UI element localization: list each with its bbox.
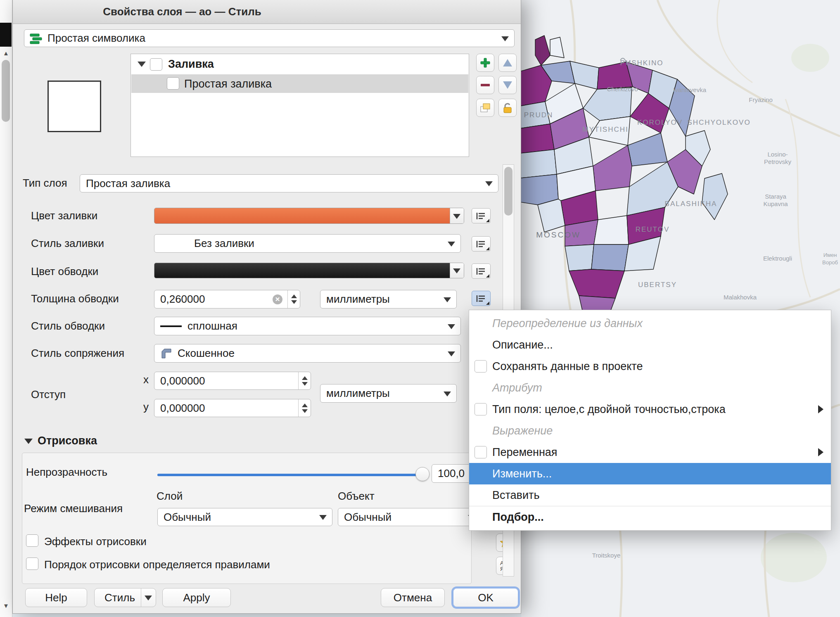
fill-style-select[interactable]: Без заливки bbox=[154, 234, 461, 253]
move-down-button[interactable] bbox=[498, 76, 517, 94]
menu-item-assistant[interactable]: Подбор... bbox=[469, 506, 831, 528]
stroke-width-label: Толщина обводки bbox=[31, 292, 119, 305]
map-label: PUSHKINO bbox=[620, 59, 664, 67]
menu-checkbox-icon[interactable] bbox=[475, 446, 487, 458]
draw-effects-checkbox[interactable] bbox=[26, 534, 38, 547]
offset-label: Отступ bbox=[31, 388, 66, 401]
stroke-width-stepper[interactable] bbox=[287, 290, 300, 308]
map-label: Cherkizovo bbox=[607, 85, 638, 93]
map-label: UBERTSY bbox=[638, 281, 677, 289]
move-up-button[interactable] bbox=[498, 54, 517, 72]
fill-color-data-defined-button[interactable] bbox=[472, 208, 491, 223]
symbology-type-select[interactable]: Простая символика bbox=[24, 29, 515, 47]
join-style-value: Скошенное bbox=[178, 347, 235, 360]
stroke-width-unit-value: миллиметры bbox=[326, 293, 390, 306]
map-label: SHCHYOLKOVO bbox=[687, 119, 750, 126]
stroke-style-select[interactable]: сплошная bbox=[154, 317, 461, 335]
submenu-arrow-icon bbox=[818, 448, 823, 456]
menu-checkbox-icon[interactable] bbox=[475, 360, 487, 373]
left-scrollbar-thumb[interactable] bbox=[2, 60, 10, 122]
map-label: Kupavna bbox=[763, 200, 788, 207]
data-defined-icon bbox=[476, 267, 486, 275]
menu-item-edit[interactable]: Изменить... bbox=[469, 463, 831, 484]
help-button-label: Help bbox=[45, 591, 67, 604]
offset-y-input[interactable]: 0,000000 bbox=[154, 399, 311, 417]
map-label: Malakhovka bbox=[724, 294, 757, 301]
ok-button-label: OK bbox=[478, 591, 494, 604]
map-label: Имен bbox=[823, 252, 837, 258]
fill-layer-checkbox[interactable] bbox=[150, 58, 162, 71]
menu-item-variable[interactable]: Переменная bbox=[469, 441, 831, 463]
cancel-button[interactable]: Отмена bbox=[381, 588, 445, 607]
layer-blend-select[interactable]: Обычный bbox=[157, 508, 332, 526]
map-label: MOSCOW bbox=[536, 230, 581, 239]
layer-type-label: Тип слоя bbox=[23, 177, 67, 190]
feature-order-checkbox[interactable] bbox=[26, 558, 38, 570]
offset-unit-value: миллиметры bbox=[326, 387, 390, 400]
lock-color-button[interactable] bbox=[498, 99, 517, 117]
menu-item-description[interactable]: Описание... bbox=[469, 334, 831, 356]
fill-color-button[interactable] bbox=[154, 208, 464, 224]
tree-expand-icon[interactable] bbox=[138, 62, 146, 67]
fill-style-data-defined-button[interactable] bbox=[472, 236, 491, 252]
stroke-color-dropdown[interactable] bbox=[450, 263, 464, 278]
fill-color-dropdown[interactable] bbox=[450, 208, 464, 223]
tree-child-item[interactable]: Простая заливка bbox=[184, 78, 272, 90]
menu-item-field-type[interactable]: Тип поля: целое,с двойной точностью,стро… bbox=[469, 399, 831, 420]
symbology-icon bbox=[29, 33, 43, 45]
tree-root-item[interactable]: Заливка bbox=[168, 58, 214, 71]
opacity-slider-handle[interactable] bbox=[415, 467, 429, 481]
stroke-width-data-defined-button[interactable] bbox=[472, 291, 491, 306]
opacity-value: 100,0 bbox=[438, 467, 465, 480]
stroke-width-input[interactable]: 0,260000 ✕ bbox=[154, 290, 300, 308]
map-label: Staraya bbox=[765, 193, 786, 200]
scroll-down-icon[interactable]: ▼ bbox=[3, 602, 9, 609]
feature-blend-select[interactable]: Обычный bbox=[338, 508, 481, 526]
blend-mode-label: Режим смешивания bbox=[24, 502, 123, 515]
layer-type-select[interactable]: Простая заливка bbox=[80, 174, 498, 192]
symbol-layer-tree[interactable]: Заливка Простая заливка bbox=[131, 54, 469, 157]
simple-fill-checkbox[interactable] bbox=[167, 77, 179, 90]
ok-button[interactable]: OK bbox=[453, 588, 518, 607]
menu-checkbox-icon[interactable] bbox=[475, 403, 487, 415]
unlock-icon bbox=[501, 102, 514, 114]
menu-item-store-data-in-project[interactable]: Сохранять данные в проекте bbox=[469, 356, 831, 377]
fill-color-label: Цвет заливки bbox=[31, 209, 97, 222]
help-button[interactable]: Help bbox=[25, 588, 87, 607]
chevron-down-icon bbox=[448, 324, 455, 329]
offset-unit-select[interactable]: миллиметры bbox=[320, 384, 457, 403]
menu-corner-icon bbox=[486, 274, 489, 278]
minus-icon bbox=[479, 79, 491, 91]
dialog-scrollbar-thumb[interactable] bbox=[504, 167, 513, 216]
opacity-label: Непрозрачность bbox=[26, 466, 107, 479]
map-label: Petrovsky bbox=[764, 158, 791, 165]
apply-button-label: Apply bbox=[183, 591, 210, 604]
chevron-down-icon bbox=[453, 214, 460, 219]
offset-x-input[interactable]: 0,000000 bbox=[154, 372, 311, 390]
section-collapse-icon[interactable] bbox=[24, 439, 33, 444]
scroll-up-icon[interactable]: ▲ bbox=[3, 50, 9, 57]
remove-symbol-layer-button[interactable] bbox=[476, 76, 494, 94]
clear-icon[interactable]: ✕ bbox=[273, 294, 282, 304]
chevron-down-icon bbox=[444, 297, 451, 302]
join-style-select[interactable]: Скошенное bbox=[154, 344, 461, 363]
style-button-label: Стиль bbox=[104, 591, 135, 604]
stroke-color-button[interactable] bbox=[154, 263, 464, 278]
offset-x-stepper[interactable] bbox=[298, 372, 311, 389]
add-symbol-layer-button[interactable] bbox=[476, 54, 494, 72]
offset-y-value: 0,000000 bbox=[160, 402, 205, 415]
menu-corner-icon bbox=[486, 247, 489, 250]
dialog-titlebar[interactable]: Свойства слоя — ао — Стиль bbox=[13, 0, 521, 24]
layer-blend-value: Обычный bbox=[164, 511, 211, 524]
apply-button[interactable]: Apply bbox=[162, 588, 231, 607]
map-label: PRUDN bbox=[524, 111, 553, 119]
stroke-style-value: сплошная bbox=[187, 320, 237, 332]
stroke-width-unit-select[interactable]: миллиметры bbox=[320, 290, 457, 308]
offset-y-stepper[interactable] bbox=[298, 399, 311, 417]
chevron-down-icon bbox=[444, 392, 451, 396]
menu-item-paste[interactable]: Вставить bbox=[469, 484, 831, 506]
style-menu-button[interactable]: Стиль bbox=[94, 588, 156, 607]
stroke-color-data-defined-button[interactable] bbox=[472, 263, 491, 279]
duplicate-symbol-layer-button[interactable] bbox=[476, 99, 494, 117]
map-label: Losino- bbox=[767, 151, 788, 158]
